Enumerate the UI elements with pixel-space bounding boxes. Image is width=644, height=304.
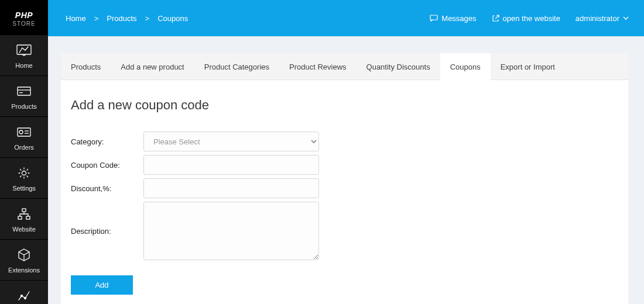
- gear-icon: [18, 165, 30, 181]
- tab-qty-discounts[interactable]: Quantity Discounts: [357, 53, 440, 80]
- description-label: Description:: [71, 227, 143, 236]
- tab-reviews[interactable]: Product Reviews: [279, 53, 357, 80]
- open-website-link[interactable]: open the website: [492, 14, 560, 23]
- logo-subtitle: STORE: [0, 20, 48, 27]
- chevron-down-icon: [623, 16, 629, 20]
- sidebar-item-settings[interactable]: Settings: [0, 158, 48, 199]
- cube-icon: [18, 247, 30, 263]
- breadcrumb-products[interactable]: Products: [107, 14, 136, 23]
- row-description: Description:: [71, 202, 616, 260]
- sidebar-item-products[interactable]: Products: [0, 76, 48, 117]
- discount-input[interactable]: [143, 178, 319, 198]
- sidebar-item-label: Orders: [14, 144, 34, 151]
- breadcrumb-sep: >: [145, 14, 150, 23]
- sidebar-item-label: Extensions: [8, 267, 40, 274]
- svg-point-10: [22, 171, 26, 175]
- products-icon: [17, 83, 31, 99]
- form-area: Add a new coupon code Category: Please S…: [61, 80, 628, 304]
- row-coupon-code: Coupon Code:: [71, 155, 616, 175]
- svg-point-7: [19, 130, 23, 134]
- svg-point-14: [21, 295, 23, 297]
- tab-categories[interactable]: Product Categories: [194, 53, 279, 80]
- home-icon: [16, 42, 32, 58]
- messages-link[interactable]: Messages: [430, 14, 476, 23]
- category-label: Category:: [71, 137, 143, 146]
- sidebar-item-website[interactable]: Website: [0, 199, 48, 240]
- add-button[interactable]: Add: [71, 275, 133, 295]
- orders-icon: [17, 124, 31, 140]
- sidebar: PHP STORE Home Products: [0, 0, 48, 304]
- row-discount: Discount,%:: [71, 178, 616, 198]
- user-label: administrator: [576, 14, 619, 23]
- svg-point-15: [25, 298, 26, 299]
- tab-products[interactable]: Products: [61, 53, 111, 80]
- analytics-icon: [18, 288, 30, 304]
- svg-rect-3: [18, 87, 30, 95]
- category-select[interactable]: Please Select: [143, 132, 319, 151]
- panel: Products Add a new product Product Categ…: [61, 53, 628, 304]
- sidebar-item-orders[interactable]: Orders: [0, 117, 48, 158]
- tabs: Products Add a new product Product Categ…: [61, 53, 628, 80]
- sitemap-icon: [18, 206, 30, 222]
- svg-rect-13: [26, 216, 30, 219]
- tab-export-import[interactable]: Export or Import: [491, 53, 565, 80]
- sidebar-item-label: Settings: [12, 185, 36, 192]
- coupon-code-input[interactable]: [143, 155, 319, 175]
- breadcrumb: Home > Products > Coupons: [66, 14, 188, 23]
- breadcrumb-coupons[interactable]: Coupons: [157, 14, 188, 23]
- sidebar-item-home[interactable]: Home: [0, 35, 48, 76]
- message-icon: [430, 15, 438, 22]
- messages-label: Messages: [441, 14, 476, 23]
- sidebar-item-label: Website: [12, 226, 36, 233]
- topbar: Home > Products > Coupons Messages open …: [48, 0, 644, 36]
- sidebar-item-label: Products: [11, 103, 36, 110]
- svg-rect-12: [18, 216, 22, 219]
- breadcrumb-sep: >: [94, 14, 99, 23]
- page-title: Add a new coupon code: [71, 98, 616, 113]
- sidebar-item-extensions[interactable]: Extensions: [0, 240, 48, 281]
- row-category: Category: Please Select: [71, 132, 616, 151]
- svg-rect-16: [430, 15, 437, 20]
- open-website-label: open the website: [503, 14, 560, 23]
- tab-coupons[interactable]: Coupons: [440, 53, 491, 81]
- logo: PHP STORE: [0, 0, 48, 35]
- content: Products Add a new product Product Categ…: [48, 36, 644, 304]
- coupon-code-label: Coupon Code:: [71, 161, 143, 170]
- tab-add-product[interactable]: Add a new product: [111, 53, 194, 80]
- svg-rect-11: [22, 209, 26, 212]
- user-menu[interactable]: administrator: [576, 14, 629, 23]
- discount-label: Discount,%:: [71, 184, 143, 193]
- external-link-icon: [492, 15, 499, 22]
- button-row: Add: [71, 275, 616, 295]
- description-textarea[interactable]: [143, 202, 319, 260]
- breadcrumb-home[interactable]: Home: [66, 14, 86, 23]
- logo-title: PHP: [0, 11, 48, 20]
- sidebar-item-label: Home: [15, 62, 32, 69]
- sidebar-item-partial[interactable]: [0, 281, 48, 304]
